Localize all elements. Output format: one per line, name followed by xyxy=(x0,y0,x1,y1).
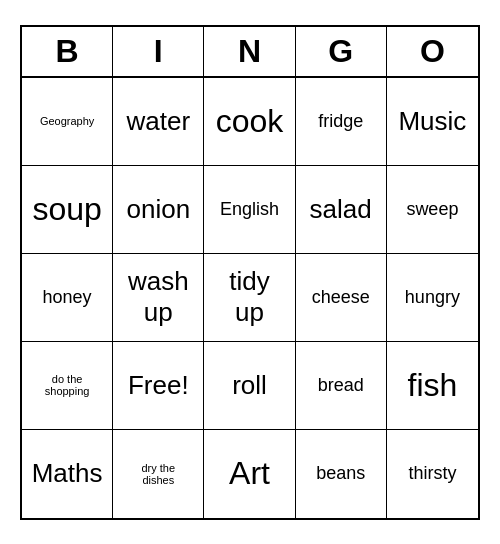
bingo-cell: English xyxy=(204,166,295,254)
bingo-cell: do theshopping xyxy=(22,342,113,430)
bingo-cell-text: Geography xyxy=(40,115,94,127)
bingo-cell: bread xyxy=(296,342,387,430)
bingo-cell: fridge xyxy=(296,78,387,166)
bingo-cell: beans xyxy=(296,430,387,518)
bingo-cell-text: do theshopping xyxy=(45,373,90,397)
bingo-cell: onion xyxy=(113,166,204,254)
bingo-cell: hungry xyxy=(387,254,478,342)
bingo-header-letter: I xyxy=(113,27,204,76)
bingo-cell-text: dry thedishes xyxy=(141,462,175,486)
bingo-cell-text: Art xyxy=(229,455,270,492)
bingo-cell: dry thedishes xyxy=(113,430,204,518)
bingo-cell: roll xyxy=(204,342,295,430)
bingo-header-letter: N xyxy=(204,27,295,76)
bingo-cell-text: fish xyxy=(407,367,457,404)
bingo-cell-text: thirsty xyxy=(408,463,456,484)
bingo-cell-text: water xyxy=(127,106,191,137)
bingo-cell: Geography xyxy=(22,78,113,166)
bingo-cell-text: roll xyxy=(232,370,267,401)
bingo-cell-text: Free! xyxy=(128,370,189,401)
bingo-cell-text: Maths xyxy=(32,458,103,489)
bingo-cell-text: sweep xyxy=(406,199,458,220)
bingo-grid: GeographywatercookfridgeMusicsouponionEn… xyxy=(22,78,478,518)
bingo-cell-text: cheese xyxy=(312,287,370,308)
bingo-header-letter: O xyxy=(387,27,478,76)
bingo-cell: Free! xyxy=(113,342,204,430)
bingo-cell: tidyup xyxy=(204,254,295,342)
bingo-cell-text: soup xyxy=(32,191,101,228)
bingo-cell-text: tidyup xyxy=(229,266,269,328)
bingo-cell: fish xyxy=(387,342,478,430)
bingo-cell: washup xyxy=(113,254,204,342)
bingo-cell-text: hungry xyxy=(405,287,460,308)
bingo-cell: cheese xyxy=(296,254,387,342)
bingo-cell-text: onion xyxy=(126,194,190,225)
bingo-cell-text: salad xyxy=(310,194,372,225)
bingo-cell: salad xyxy=(296,166,387,254)
bingo-cell-text: cook xyxy=(216,103,284,140)
bingo-cell: Maths xyxy=(22,430,113,518)
bingo-cell: sweep xyxy=(387,166,478,254)
bingo-cell-text: washup xyxy=(128,266,189,328)
bingo-cell-text: beans xyxy=(316,463,365,484)
bingo-cell: Music xyxy=(387,78,478,166)
bingo-cell: honey xyxy=(22,254,113,342)
bingo-cell: thirsty xyxy=(387,430,478,518)
bingo-cell-text: bread xyxy=(318,375,364,396)
bingo-cell-text: Music xyxy=(398,106,466,137)
bingo-cell: Art xyxy=(204,430,295,518)
bingo-cell-text: English xyxy=(220,199,279,220)
bingo-card: BINGO GeographywatercookfridgeMusicsoupo… xyxy=(20,25,480,520)
bingo-header-letter: G xyxy=(296,27,387,76)
bingo-cell: soup xyxy=(22,166,113,254)
bingo-header: BINGO xyxy=(22,27,478,78)
bingo-cell-text: fridge xyxy=(318,111,363,132)
bingo-cell-text: honey xyxy=(43,287,92,308)
bingo-header-letter: B xyxy=(22,27,113,76)
bingo-cell: water xyxy=(113,78,204,166)
bingo-cell: cook xyxy=(204,78,295,166)
